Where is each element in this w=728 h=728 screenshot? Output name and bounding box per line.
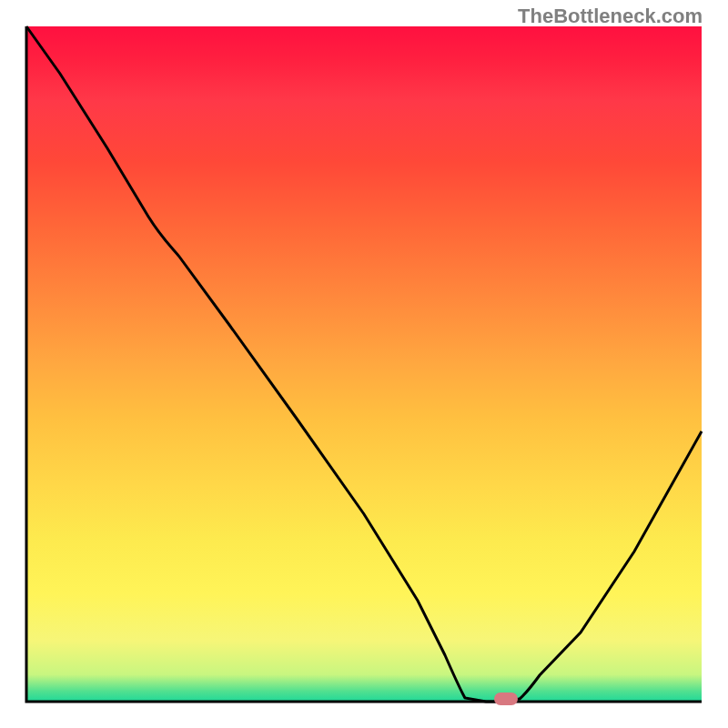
minimum-marker: [494, 693, 518, 705]
chart-svg: [0, 0, 728, 728]
bottleneck-curve-line: [26, 26, 702, 702]
bottleneck-chart: TheBottleneck.com: [0, 0, 728, 728]
